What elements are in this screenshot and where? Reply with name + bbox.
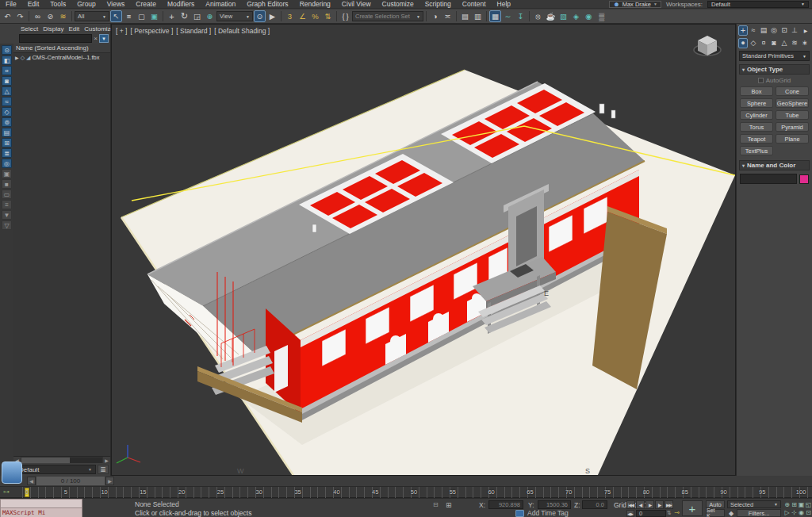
- go-to-start-icon[interactable]: |◀◀: [626, 500, 635, 509]
- render-production-icon[interactable]: ◈: [570, 10, 582, 22]
- object-type-button-textplus[interactable]: TextPlus: [740, 146, 773, 155]
- object-name-input[interactable]: [740, 174, 797, 184]
- category-helpers-icon[interactable]: △: [779, 38, 789, 48]
- category-spacewarps-icon[interactable]: ≋: [790, 38, 799, 48]
- primitive-category-dropdown[interactable]: Standard Primitives ▼: [739, 51, 810, 61]
- menu-item-graph-editors[interactable]: Graph Editors: [241, 0, 293, 8]
- zoom-extents-icon[interactable]: ▣: [798, 500, 805, 508]
- select-and-move-icon[interactable]: +: [166, 10, 178, 22]
- open-in-max-icon[interactable]: ▒: [596, 10, 607, 22]
- category-geometry-icon[interactable]: ●: [738, 38, 748, 48]
- viewport-canvas[interactable]: W S E: [112, 25, 736, 476]
- selection-filter-dropdown[interactable]: All ▼: [75, 11, 109, 21]
- menu-item-help[interactable]: Help: [492, 0, 516, 8]
- material-editor-icon[interactable]: ⦻: [532, 10, 544, 22]
- select-object-icon[interactable]: ↖: [110, 10, 122, 22]
- object-color-swatch[interactable]: [799, 174, 809, 184]
- tab-utilities-icon[interactable]: ⊥: [790, 25, 799, 36]
- tab-create-icon[interactable]: +: [738, 25, 748, 36]
- scrollbar-thumb[interactable]: [21, 458, 70, 463]
- select-children-icon[interactable]: ▽: [2, 220, 12, 230]
- angle-snap-icon[interactable]: ∠: [297, 10, 308, 22]
- zoom-region-icon[interactable]: ◱: [805, 500, 812, 508]
- unlink-selection-icon[interactable]: ⊘: [44, 10, 56, 22]
- tab-modify-icon[interactable]: ≈: [749, 25, 758, 36]
- frame-spinner[interactable]: ⇅: [667, 510, 672, 516]
- sign-in-button[interactable]: ☻ Max Drake ▼: [609, 1, 661, 8]
- zoom-icon[interactable]: ⊕: [783, 500, 791, 508]
- set-key-icon[interactable]: ⊸: [674, 509, 680, 516]
- category-lights-icon[interactable]: ¤: [759, 38, 768, 48]
- menu-item-views[interactable]: Views: [102, 0, 131, 8]
- scroll-right-icon[interactable]: ▶: [103, 457, 110, 464]
- object-type-button-plane[interactable]: Plane: [776, 134, 809, 144]
- panel-more-icon[interactable]: ▶: [801, 25, 810, 36]
- filter-helpers-icon[interactable]: ≈: [2, 97, 12, 106]
- menu-item-scripting[interactable]: Scripting: [419, 0, 457, 8]
- select-and-scale-icon[interactable]: ◲: [191, 10, 203, 22]
- category-systems-icon[interactable]: ∗: [800, 38, 810, 48]
- menu-item-rendering[interactable]: Rendering: [294, 0, 336, 8]
- filter-lights-icon[interactable]: ◙: [2, 76, 12, 86]
- tab-motion-icon[interactable]: ◎: [769, 25, 779, 36]
- tree-row-fbx[interactable]: ▶ ◇ ◢ CMS-CentralModel--1.fbx: [13, 53, 110, 62]
- viewport-menu-general[interactable]: [ + ]: [116, 27, 127, 35]
- pick-parent-icon[interactable]: ▼: [2, 210, 12, 220]
- percent-snap-icon[interactable]: %: [309, 10, 321, 22]
- menu-item-tools[interactable]: Tools: [44, 0, 71, 8]
- select-by-name-icon[interactable]: ≡: [123, 10, 135, 22]
- viewcube[interactable]: [689, 29, 726, 63]
- filter-containers-icon[interactable]: ≣: [2, 148, 12, 158]
- explorer-menu-edit[interactable]: Edit: [67, 25, 81, 33]
- explorer-hscrollbar[interactable]: ◀ ▶: [13, 456, 110, 463]
- perspective-viewport[interactable]: [ + ] [ Perspective ] [ Standard ] [ Def…: [111, 24, 736, 476]
- schematic-view-icon[interactable]: ↧: [515, 10, 527, 22]
- set-keys-button[interactable]: +: [682, 500, 703, 516]
- layers-icon[interactable]: ≣: [98, 465, 109, 474]
- filter-funnel-icon[interactable]: ▼: [99, 34, 109, 43]
- explorer-preset-dropdown[interactable]: Default ▼: [15, 465, 96, 474]
- rectangular-selection-region-icon[interactable]: ▢: [136, 10, 147, 22]
- object-type-button-cone[interactable]: Cone: [776, 86, 809, 96]
- menu-item-customize[interactable]: Customize: [377, 0, 419, 8]
- go-to-end-icon[interactable]: ▶▶|: [665, 500, 673, 509]
- expand-all-icon[interactable]: ▭: [2, 190, 12, 199]
- toggle-layer-explorer-icon[interactable]: ▥: [472, 10, 484, 22]
- explorer-menu-select[interactable]: Select: [19, 25, 40, 33]
- menu-item-modifiers[interactable]: Modifiers: [162, 0, 200, 8]
- menu-item-create[interactable]: Create: [130, 0, 162, 8]
- window-crossing-icon[interactable]: ▣: [148, 10, 160, 22]
- redo-icon[interactable]: ↷: [14, 10, 26, 22]
- object-type-button-cylinder[interactable]: Cylinder: [740, 110, 773, 120]
- filter-all-icon[interactable]: ⊙: [2, 45, 12, 55]
- mini-listener-badge[interactable]: [2, 461, 22, 484]
- field-of-view-icon[interactable]: ▷: [783, 508, 791, 516]
- scrollbar-track[interactable]: [21, 458, 102, 463]
- pan-icon[interactable]: ⊹: [791, 508, 798, 516]
- key-filters-icon[interactable]: ◆: [727, 509, 735, 517]
- select-and-rotate-icon[interactable]: ↻: [178, 10, 190, 22]
- category-shapes-icon[interactable]: ◇: [749, 38, 758, 48]
- menu-item-group[interactable]: Group: [71, 0, 102, 8]
- edit-named-selection-sets-icon[interactable]: { }: [339, 10, 351, 22]
- filter-materials-icon[interactable]: ◎: [2, 159, 12, 168]
- viewport-menu-renderer[interactable]: [ Standard ]: [176, 27, 211, 35]
- curve-editor-icon[interactable]: ∼: [502, 10, 514, 22]
- tab-display-icon[interactable]: ⊡: [779, 25, 789, 36]
- render-setup-icon[interactable]: ☕: [545, 10, 557, 22]
- bind-to-space-warp-icon[interactable]: ≋: [57, 10, 69, 22]
- filter-xrefs-icon[interactable]: ▤: [2, 128, 12, 137]
- z-coordinate-field[interactable]: 0.0: [582, 500, 607, 509]
- spinner-snap-icon[interactable]: ⇅: [322, 10, 334, 22]
- category-cameras-icon[interactable]: ◙: [769, 38, 779, 48]
- viewport-menu-shading[interactable]: [ Default Shading ]: [214, 27, 270, 35]
- object-type-button-torus[interactable]: Torus: [740, 122, 773, 132]
- rendered-frame-window-icon[interactable]: ▧: [557, 10, 569, 22]
- object-type-button-sphere[interactable]: Sphere: [740, 98, 773, 108]
- filter-groups-icon[interactable]: ⊚: [2, 117, 12, 127]
- mirror-icon[interactable]: ◑: [429, 10, 441, 22]
- tree-column-header[interactable]: Name (Sorted Ascending): [13, 44, 110, 53]
- key-set-dropdown[interactable]: Selected ▼: [727, 500, 781, 508]
- next-frame-icon[interactable]: |▶: [655, 500, 664, 509]
- timeline-key-icon[interactable]: ⊶: [3, 488, 10, 496]
